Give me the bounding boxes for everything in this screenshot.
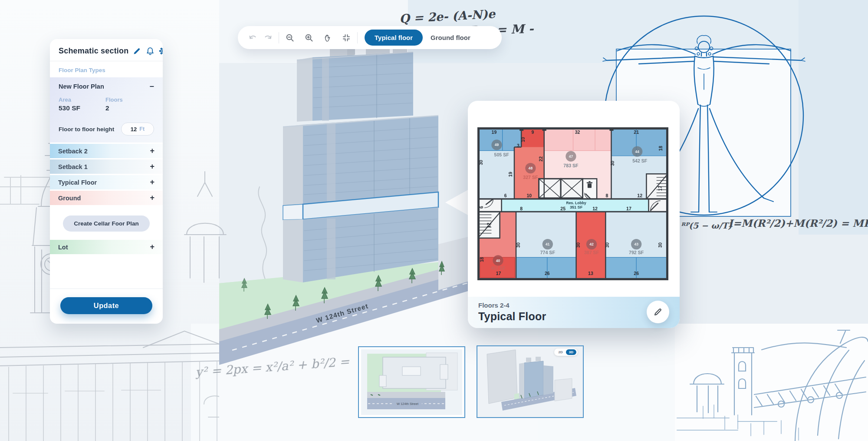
room-area: 774 SF (540, 250, 556, 255)
room-number: 44 (635, 149, 639, 154)
add-icon[interactable]: + (150, 146, 155, 156)
toolbar-divider (279, 32, 279, 43)
dim-label: 17 (658, 186, 663, 191)
dim-label: 3 (517, 143, 519, 148)
new-floor-plan-label: New Floor Plan (59, 83, 104, 90)
row-ground[interactable]: Ground + (50, 191, 163, 205)
dim-label: 8 (605, 193, 608, 198)
add-icon[interactable]: + (150, 242, 155, 252)
dim-label: 12 (486, 223, 491, 228)
dim-label: 26 (545, 271, 550, 276)
row-setback-2[interactable]: Setback 2 + (50, 144, 163, 158)
room-area: 542 SF (632, 158, 648, 163)
2d-3d-toggle[interactable]: 2D 3D (554, 348, 578, 356)
row-lot[interactable]: Lot + (50, 240, 163, 254)
room-number: 41 (546, 242, 550, 246)
floor-height-value: 12 (131, 126, 137, 133)
floor-height-label: Floor to floor height (59, 126, 114, 133)
dim-label: 18 (479, 257, 484, 262)
area-value: 530 SF (59, 104, 105, 112)
equation-annotation: I=M(R²/2)+M(R²/2) = MR₀²/2 (728, 217, 868, 229)
dim-label: 17 (626, 206, 631, 211)
undo-icon[interactable] (246, 30, 260, 45)
row-label: Setback 1 (58, 163, 88, 170)
dim-label: 30 (575, 242, 581, 248)
floor-plan-title: Typical Floor (478, 310, 669, 323)
room-area: 792 SF (629, 250, 644, 255)
thumb-street-label: W 124th Street (397, 402, 419, 406)
dim-label: 30 (478, 160, 483, 165)
dim-label: 12 (592, 206, 598, 211)
dim-label: 30 (610, 161, 615, 166)
tab-typical-floor[interactable]: Typical floor (365, 30, 423, 46)
update-button[interactable]: Update (60, 297, 152, 314)
app-canvas: W 124th Street (0, 0, 868, 441)
dim-label: 30 (516, 242, 521, 248)
add-icon[interactable]: + (150, 193, 155, 202)
floor-plan-types-label: Floor Plan Types (50, 61, 163, 77)
dim-label: 10 (520, 137, 526, 142)
row-typical-floor[interactable]: Typical Floor + (50, 175, 163, 189)
dim-label: 26 (634, 271, 639, 276)
card-footer: Floors 2-4 Typical Floor (468, 297, 680, 328)
floor-plan-drawing[interactable]: 19 9 32 21 30 10 3 22 19 30 18 6 10 8 12… (477, 127, 668, 280)
tab-ground-floor[interactable]: Ground floor (423, 30, 478, 46)
dim-label: 12 (637, 193, 642, 198)
toggle-2d[interactable]: 2D (556, 349, 566, 355)
dim-label: 13 (588, 271, 593, 276)
floor-plan-rows: Setback 2 + Setback 1 + Typical Floor + … (50, 144, 163, 206)
florence-sketch (677, 330, 868, 441)
room-area: 387 SF (584, 250, 599, 255)
redo-icon[interactable] (260, 30, 275, 45)
dim-label: 32 (575, 129, 580, 135)
room-number: 47 (569, 154, 573, 159)
room-number: 43 (634, 242, 638, 246)
row-setback-1[interactable]: Setback 1 + (50, 159, 163, 174)
add-icon[interactable]: + (150, 162, 155, 171)
floor-plan-card: 19 9 32 21 30 10 3 22 19 30 18 6 10 8 12… (468, 101, 680, 328)
pan-hand-icon[interactable] (321, 30, 335, 45)
room-number: 48 (529, 166, 533, 170)
area-label: Area (59, 96, 105, 103)
floor-height-unit: Ft (139, 126, 145, 132)
zoom-out-icon[interactable] (283, 30, 297, 45)
toggle-3d[interactable]: 3D (566, 349, 576, 355)
dim-label: 18 (658, 146, 663, 151)
dim-label: 19 (508, 172, 513, 177)
dim-label: 19 (492, 129, 497, 135)
thumbnail-2d-plan[interactable]: W 124th Street (358, 346, 465, 418)
settings-gear-icon[interactable] (158, 46, 163, 56)
dim-label: 22 (538, 156, 543, 162)
panel-header: Schematic section (50, 39, 163, 61)
lobby-name: Res. Lobby (566, 201, 586, 205)
dim-label: 6 (479, 206, 484, 209)
building-3d[interactable] (283, 39, 438, 282)
create-cellar-button[interactable]: Create Cellar Foor Plan (63, 216, 150, 232)
floor-height-input[interactable]: 12 Ft (121, 123, 154, 136)
dim-label: 30 (658, 242, 663, 248)
new-floor-plan-section: New Floor Plan − Area 530 SF Floors 2 Fl… (50, 77, 163, 143)
toolbar-divider (357, 32, 358, 43)
room-number: 49 (495, 143, 499, 147)
row-label: Lot (58, 244, 68, 251)
add-icon[interactable]: + (150, 178, 155, 187)
lobby-area: 351 SF (570, 205, 583, 209)
floors-range-label: Floors 2-4 (478, 302, 669, 309)
dim-label: 17 (496, 271, 501, 276)
thumbnail-3d-view[interactable]: 2D 3D (477, 345, 584, 418)
zoom-in-icon[interactable] (302, 30, 316, 45)
collapse-section-button[interactable]: − (149, 83, 154, 90)
notification-bell-icon[interactable] (145, 46, 155, 56)
dim-label: 10 (526, 193, 532, 198)
panel-title: Schematic section (59, 46, 128, 56)
schematic-section-panel: Schematic section Floor Plan Types New F… (50, 39, 163, 324)
row-label: Setback 2 (58, 148, 88, 155)
fit-view-icon[interactable] (339, 30, 354, 45)
panel-footer: Update (50, 288, 163, 324)
edit-pencil-icon[interactable] (132, 46, 141, 56)
room-area: 783 SF (563, 163, 579, 168)
dim-label: 6 (504, 193, 507, 198)
edit-floor-button[interactable] (647, 301, 669, 323)
card-pointer (445, 189, 469, 216)
room-number: 40 (496, 259, 500, 263)
